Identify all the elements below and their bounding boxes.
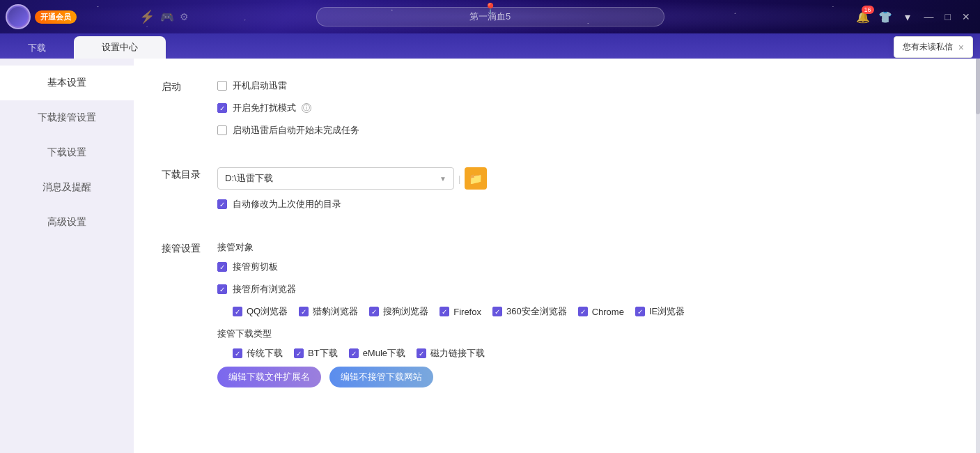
path-text: D:\迅雷下载: [225, 172, 273, 185]
sidebar-item-advanced[interactable]: 高级设置: [0, 205, 134, 240]
scrollbar-thumb[interactable]: [976, 59, 980, 114]
tab-download[interactable]: 下载: [0, 38, 74, 59]
takeover-all-browsers-checkbox[interactable]: [217, 284, 227, 294]
sidebar-item-download-settings[interactable]: 下载设置: [0, 135, 134, 170]
scrollbar[interactable]: [976, 59, 980, 453]
vip-badge[interactable]: 开通会员: [35, 10, 77, 24]
browser-sougou-checkbox[interactable]: [369, 307, 379, 316]
browser-360-checkbox[interactable]: [492, 307, 502, 316]
type-magnet-label: 磁力链接下载: [430, 347, 485, 360]
info-icon[interactable]: ⓘ: [302, 103, 311, 113]
content-area: 启动 开机启动迅雷 开启免打扰模式 ⓘ 启动迅雷后自动开始未完成任务 下载: [134, 59, 980, 453]
folder-button[interactable]: 📁: [465, 167, 487, 190]
browser-ie-label: IE浏览器: [649, 305, 685, 318]
tab-settings[interactable]: 设置中心: [74, 36, 166, 59]
browser-firefox: Firefox: [440, 305, 481, 318]
download-dir-content: D:\迅雷下载 ▼ | 📁 自动修改为上次使用的目录: [217, 167, 952, 220]
download-dir-section: 下载目录 D:\迅雷下载 ▼ | 📁 自动修改为上次使用的目录: [162, 167, 952, 220]
takeover-clipboard-label: 接管剪切板: [233, 261, 278, 273]
browser-firefox-label: Firefox: [453, 307, 481, 317]
tab-bar: 下载 设置中心 您有未读私信 ×: [0, 33, 980, 59]
notification-text: 您有未读私信: [903, 41, 953, 53]
folder-icon: 📁: [469, 172, 483, 185]
dropdown-arrow-icon: ▼: [440, 175, 446, 183]
pin-icon: 📍: [483, 2, 497, 15]
download-dir-label: 下载目录: [162, 167, 217, 220]
browser-leopard: 猎豹浏览器: [299, 305, 358, 318]
browser-360-label: 360安全浏览器: [506, 305, 567, 318]
browser-firefox-checkbox[interactable]: [440, 307, 449, 316]
notification-badge: 16: [862, 6, 874, 14]
takeover-all-browsers-label: 接管所有浏览器: [233, 283, 296, 295]
download-type-list: 传统下载 BT下载 eMule下载 磁力链接下载: [233, 347, 952, 360]
type-traditional-label: 传统下载: [247, 347, 283, 360]
auto-resume-checkbox[interactable]: [217, 125, 227, 135]
auto-resume-row: 启动迅雷后自动开始未完成任务: [217, 124, 952, 137]
startup-label: 启动: [162, 79, 217, 146]
main-content: 基本设置 下载接管设置 下载设置 消息及提醒 高级设置 启动 开机启动迅雷: [0, 59, 980, 453]
auto-start-checkbox[interactable]: [217, 81, 227, 91]
path-input[interactable]: D:\迅雷下载 ▼: [217, 167, 454, 190]
type-traditional-checkbox[interactable]: [233, 348, 242, 358]
browser-360: 360安全浏览器: [492, 305, 567, 318]
type-traditional: 传统下载: [233, 347, 283, 360]
title-bar-left: 开通会员: [0, 4, 77, 29]
shirt-icon[interactable]: 👕: [877, 8, 894, 25]
no-disturb-checkbox[interactable]: [217, 103, 227, 113]
type-bt-label: BT下载: [308, 347, 338, 360]
type-magnet-checkbox[interactable]: [417, 348, 426, 358]
auto-last-dir-checkbox[interactable]: [217, 199, 227, 209]
browser-leopard-checkbox[interactable]: [299, 307, 309, 316]
type-magnet: 磁力链接下载: [417, 347, 485, 360]
title-bar-right: 🔔 16 👕 ▾ — □ ✕: [855, 8, 973, 25]
auto-last-dir-row: 自动修改为上次使用的目录: [217, 198, 952, 210]
path-divider: |: [458, 174, 460, 184]
type-emule-checkbox[interactable]: [349, 348, 359, 358]
auto-resume-label: 启动迅雷后自动开始未完成任务: [233, 124, 359, 137]
auto-start-label: 开机启动迅雷: [233, 79, 287, 92]
notification-close-button[interactable]: ×: [958, 42, 964, 53]
browser-chrome: Chrome: [578, 305, 624, 318]
download-type-label: 接管下载类型: [217, 328, 952, 340]
minimize-button[interactable]: —: [921, 11, 937, 22]
takeover-all-browsers-row: 接管所有浏览器: [217, 283, 952, 295]
browser-leopard-label: 猎豹浏览器: [313, 305, 358, 318]
browser-sougou: 搜狗浏览器: [369, 305, 428, 318]
auto-start-row: 开机启动迅雷: [217, 79, 952, 92]
menu-icon[interactable]: ▾: [899, 8, 916, 25]
title-bar: 开通会员 ⚡ 🎮 ⚙ 📍 第一滴血5 🔔 16 👕 ▾ — □ ✕: [0, 0, 980, 33]
browser-sougou-label: 搜狗浏览器: [383, 305, 428, 318]
path-row: D:\迅雷下载 ▼ | 📁: [217, 167, 952, 190]
sidebar-item-notifications[interactable]: 消息及提醒: [0, 170, 134, 205]
browser-ie-checkbox[interactable]: [635, 307, 645, 316]
type-bt: BT下载: [294, 347, 338, 360]
search-bar[interactable]: 📍 第一滴血5: [316, 7, 664, 26]
takeover-content: 接管对象 接管剪切板 接管所有浏览器 QQ浏览器: [217, 241, 952, 387]
restore-button[interactable]: □: [942, 11, 954, 22]
browser-qq-checkbox[interactable]: [233, 307, 242, 316]
takeover-label: 接管设置: [162, 241, 217, 387]
type-emule-label: eMule下载: [363, 347, 405, 360]
browser-chrome-checkbox[interactable]: [578, 307, 588, 316]
edit-no-takeover-button[interactable]: 编辑不接管下载网站: [329, 367, 433, 387]
notification-icon[interactable]: 🔔 16: [855, 8, 871, 25]
browser-qq: QQ浏览器: [233, 305, 288, 318]
takeover-clipboard-row: 接管剪切板: [217, 261, 952, 273]
close-button[interactable]: ✕: [959, 11, 973, 22]
sidebar: 基本设置 下载接管设置 下载设置 消息及提醒 高级设置: [0, 59, 134, 453]
takeover-target-label: 接管对象: [217, 241, 952, 254]
avatar: [6, 4, 31, 29]
search-area: 📍 第一滴血5: [316, 7, 664, 26]
takeover-clipboard-checkbox[interactable]: [217, 262, 227, 272]
edit-ext-button[interactable]: 编辑下载文件扩展名: [217, 367, 321, 387]
no-disturb-row: 开启免打扰模式 ⓘ: [217, 102, 952, 114]
sidebar-item-download-receive[interactable]: 下载接管设置: [0, 100, 134, 135]
startup-content: 开机启动迅雷 开启免打扰模式 ⓘ 启动迅雷后自动开始未完成任务: [217, 79, 952, 146]
type-bt-checkbox[interactable]: [294, 348, 304, 358]
action-buttons: 编辑下载文件扩展名 编辑不接管下载网站: [217, 367, 952, 387]
browser-ie: IE浏览器: [635, 305, 685, 318]
type-emule: eMule下载: [349, 347, 405, 360]
sidebar-item-basic[interactable]: 基本设置: [0, 66, 134, 100]
takeover-section: 接管设置 接管对象 接管剪切板 接管所有浏览器 QQ浏览器: [162, 241, 952, 387]
auto-last-dir-label: 自动修改为上次使用的目录: [233, 198, 341, 210]
